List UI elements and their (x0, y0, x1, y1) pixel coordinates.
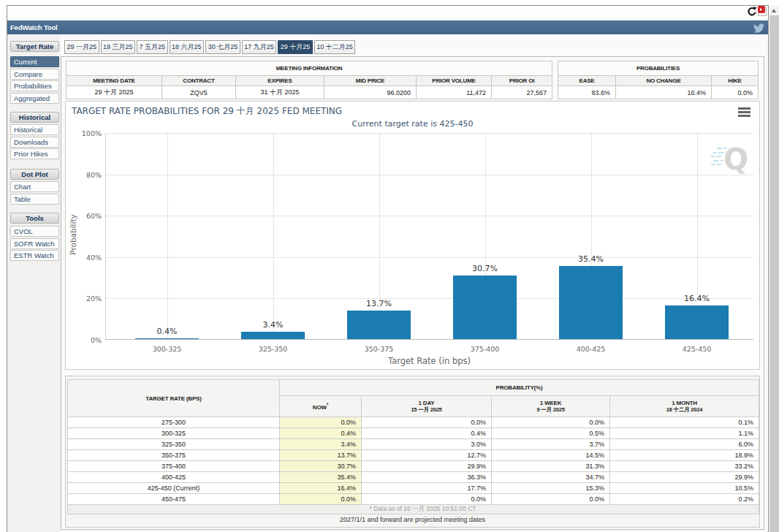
bar-300-325 (135, 338, 199, 339)
tab-meeting-8[interactable]: 10 十二月25 (314, 40, 356, 54)
titlebar: FedWatch Tool (7, 20, 768, 34)
col-1-week-label: 1 WEEK (540, 400, 561, 406)
x-axis-category-label: 425-450 (683, 345, 712, 353)
chart-context-menu-icon[interactable] (738, 107, 750, 117)
col-target-rate-bps: TARGET RATE (BPS) (68, 380, 280, 417)
menu-bar-line (738, 111, 750, 113)
sidebar-item-estr-watch[interactable]: ESTR Watch (10, 250, 59, 261)
y-gridline (106, 216, 753, 216)
sidebar-header-tools: Tools (10, 213, 59, 224)
sidebar-item-probabilities[interactable]: Probabilities (10, 80, 59, 91)
col-now-label: NOW (313, 404, 327, 411)
y-axis-tick-label: 80% (72, 170, 102, 178)
col-1-month: 1 MONTH16 十二月 2024 (610, 396, 759, 417)
col-hike: HIKE (712, 76, 759, 86)
col-1-month-date: 16 十二月 2024 (666, 406, 703, 413)
bar-350-375 (347, 311, 411, 339)
col-probability-pct: PROBABILITY(%) (280, 380, 759, 396)
bar-value-label: 3.4% (263, 320, 284, 330)
col-prior-oi: PRIOR OI (492, 76, 552, 86)
sidebar-header-dot-plot: Dot Plot (10, 169, 59, 180)
col-prior-volume: PRIOR VOLUME (417, 76, 492, 86)
mid-price-value: 96.0200 (324, 86, 417, 99)
chart-subtitle: Current target rate is 425-450 (66, 119, 759, 129)
y-gridline (106, 257, 753, 258)
refresh-icon[interactable] (747, 7, 757, 17)
probability-chart: TARGET RATE PROBABILITIES FOR 29 十月 2025… (65, 101, 760, 370)
plot-area: 0%20%40%60%80%100%0.4%300-3253.4%325-350… (105, 133, 753, 340)
y-axis-tick-label: 0% (72, 336, 102, 344)
y-axis-tick-label: 100% (72, 129, 102, 137)
sidebar: Target Rate Current Compare Probabilitie… (7, 34, 61, 532)
sidebar-item-downloads[interactable]: Downloads (10, 137, 59, 148)
sidebar-header-historical: Historical (10, 112, 59, 123)
x-axis-category-label: 325-350 (259, 345, 288, 353)
table-row: 400-425 35.4% 36.3% 34.7% 29.9% (68, 472, 759, 483)
y-gridline (106, 298, 753, 299)
col-meeting-date: MEETING DATE (66, 76, 162, 86)
tab-meeting-5[interactable]: 30 七月25 (205, 40, 240, 54)
table-row: 450-475 0.0% 0.0% 0.0% 0.2% (68, 494, 759, 505)
bar-value-label: 0.4% (157, 327, 178, 336)
tab-meeting-2[interactable]: 19 三月25 (101, 40, 136, 54)
bar-value-label: 13.7% (366, 299, 392, 308)
prior-oi-value: 27,567 (492, 86, 552, 99)
sidebar-item-sofr-watch[interactable]: SOFR Watch (10, 238, 59, 249)
ease-value: 83.6% (558, 86, 616, 99)
x-gridline (167, 133, 168, 339)
probabilities-title: PROBABILITIES (558, 61, 759, 76)
table-footnote-row: * Data as of 16 一月 2025 10:51:00 CT (68, 505, 759, 514)
scrollbar-thumb[interactable] (770, 15, 779, 532)
table-row: 375-400 30.7% 29.9% 31.3% 33.2% (68, 461, 759, 472)
now-asterisk: * (327, 402, 328, 407)
menu-bar-line (738, 115, 750, 117)
bar-value-label: 30.7% (472, 264, 498, 273)
tab-meeting-7-selected[interactable]: 29 十月25 (278, 40, 313, 54)
data-as-of-note: * Data as of 16 一月 2025 10:51:00 CT (68, 505, 759, 514)
bar-400-425 (559, 266, 623, 339)
x-axis-title: Target Rate (in bps) (105, 356, 753, 366)
tab-meeting-4[interactable]: 18 六月25 (170, 40, 205, 54)
sidebar-item-current[interactable]: Current (10, 56, 59, 67)
menu-bar-line (738, 107, 750, 110)
x-axis-category-label: 350-375 (365, 345, 394, 353)
twitter-icon[interactable] (753, 23, 764, 32)
bar-425-450 (665, 305, 729, 339)
pdf-badge-shape (758, 6, 765, 13)
x-gridline (273, 133, 274, 339)
y-gridline (106, 133, 753, 134)
sidebar-item-compare[interactable]: Compare (10, 69, 59, 80)
col-mid-price: MID PRICE (324, 76, 417, 86)
projected-dates-note: 2027/1/1 and forward are projected meeti… (66, 516, 759, 523)
bar-325-350 (241, 332, 305, 339)
x-axis-category-label: 300-325 (153, 345, 182, 353)
table-row: 350-375 13.7% 12.7% 14.5% 18.9% (68, 450, 759, 461)
sidebar-item-aggregated[interactable]: Aggregated (10, 93, 59, 104)
col-1-day-date: 15 一月 2025 (411, 406, 441, 413)
vertical-scrollbar[interactable] (770, 6, 779, 532)
probability-table-panel: TARGET RATE (BPS) PROBABILITY(%) NOW* 1 … (65, 376, 760, 528)
scrollbar-up-arrow[interactable] (770, 6, 779, 15)
tab-meeting-1[interactable]: 29 一月25 (64, 40, 99, 54)
meeting-information-table: MEETING INFORMATION MEETING DATE CONTRAC… (66, 61, 552, 99)
sidebar-item-chart[interactable]: Chart (10, 181, 59, 192)
tab-meeting-3[interactable]: 7 五月25 (137, 40, 168, 54)
col-1-day-label: 1 DAY (419, 400, 435, 406)
sidebar-item-prior-hikes[interactable]: Prior Hikes (10, 148, 59, 159)
x-axis-category-label: 375-400 (471, 345, 500, 353)
sidebar-item-table[interactable]: Table (10, 194, 59, 205)
tab-meeting-6[interactable]: 17 九月25 (242, 40, 277, 54)
y-axis-tick-label: 40% (72, 253, 102, 261)
y-gridline (106, 175, 753, 175)
col-no-change: NO CHANGE (616, 76, 712, 86)
y-axis-tick-label: 60% (72, 212, 102, 220)
col-contract: CONTRACT (162, 76, 236, 86)
table-row: 275-300 0.0% 0.0% 0.0% 0.1% (68, 417, 759, 428)
bar-value-label: 35.4% (578, 254, 604, 264)
sidebar-item-cvol[interactable]: CVOL (10, 226, 59, 237)
pdf-export-icon[interactable] (758, 6, 767, 17)
meeting-info-title: MEETING INFORMATION (66, 61, 552, 76)
sidebar-item-historical[interactable]: Historical (10, 124, 59, 135)
col-1-day: 1 DAY15 一月 2025 (362, 396, 492, 417)
no-change-value: 16.4% (616, 86, 712, 99)
